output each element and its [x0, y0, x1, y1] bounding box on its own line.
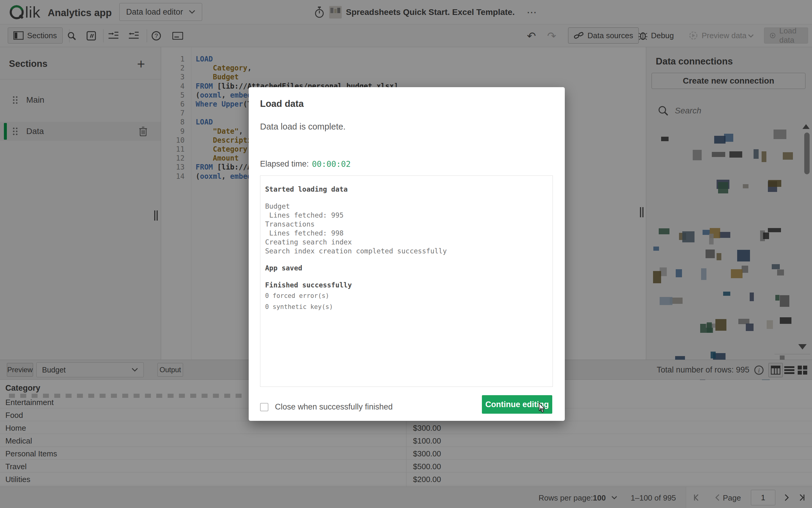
log-line [265, 256, 548, 265]
log-line: 0 synthetic key(s) [265, 303, 548, 312]
close-when-finished-label: Close when successfully finished [275, 403, 393, 412]
log-line: Lines fetched: 995 [265, 211, 548, 220]
log-line: Lines fetched: 998 [265, 229, 548, 238]
qlik-data-load-editor: lik Analytics app Data load editor Sprea… [0, 0, 812, 508]
elapsed-time-label: Elapsed time: [260, 159, 309, 169]
close-when-finished-checkbox[interactable] [260, 403, 269, 411]
log-line [265, 273, 548, 282]
load-log-output: Started loading dataBudget Lines fetched… [260, 175, 553, 387]
elapsed-time-value: 00:00:02 [312, 159, 351, 169]
dialog-title: Load data [260, 98, 303, 109]
close-when-finished-option[interactable]: Close when successfully finished [260, 403, 393, 412]
log-heading: Finished successfully [265, 281, 548, 290]
log-line: Transactions [265, 220, 548, 229]
log-heading: Started loading data [265, 185, 548, 194]
mouse-cursor [535, 403, 548, 417]
log-line: Budget [265, 202, 548, 211]
log-line [265, 194, 548, 203]
load-status-message: Data load is complete. [260, 122, 346, 132]
log-line: 0 forced error(s) [265, 292, 548, 301]
log-heading: App saved [265, 264, 548, 273]
log-line: Search index creation completed successf… [265, 247, 548, 256]
log-line: Creating search index [265, 238, 548, 247]
load-data-dialog: Load data Data load is complete. Elapsed… [249, 87, 565, 421]
